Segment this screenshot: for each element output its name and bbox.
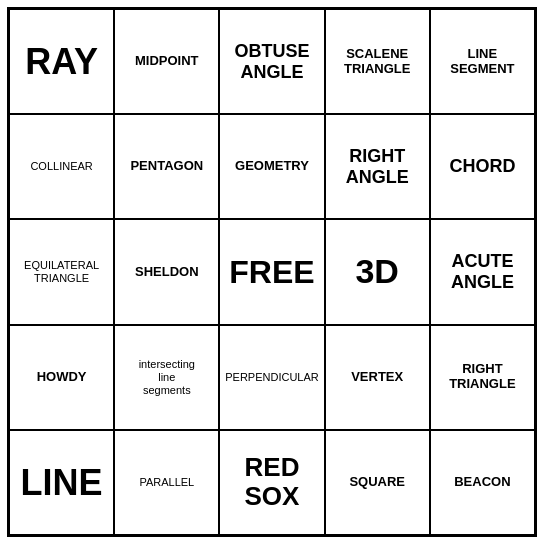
cell-text-19: RIGHTTRIANGLE: [449, 362, 515, 392]
cell-text-0: RAY: [25, 41, 98, 82]
bingo-cell-19: RIGHTTRIANGLE: [430, 325, 535, 430]
bingo-cell-6: PENTAGON: [114, 114, 219, 219]
cell-text-16: intersectinglinesegments: [139, 358, 195, 396]
cell-text-2: OBTUSEANGLE: [234, 41, 309, 82]
bingo-cell-8: RIGHTANGLE: [325, 114, 430, 219]
bingo-cell-9: CHORD: [430, 114, 535, 219]
bingo-cell-2: OBTUSEANGLE: [219, 9, 324, 114]
bingo-cell-10: EQUILATERALTRIANGLE: [9, 219, 114, 324]
cell-text-13: 3D: [355, 252, 398, 291]
cell-text-22: REDSOX: [245, 453, 300, 513]
cell-text-12: FREE: [229, 254, 314, 291]
bingo-cell-18: VERTEX: [325, 325, 430, 430]
bingo-cell-15: HOWDY: [9, 325, 114, 430]
cell-text-3: SCALENETRIANGLE: [344, 47, 410, 77]
bingo-cell-12: FREE: [219, 219, 324, 324]
bingo-cell-23: SQUARE: [325, 430, 430, 535]
bingo-cell-21: PARALLEL: [114, 430, 219, 535]
bingo-cell-7: GEOMETRY: [219, 114, 324, 219]
bingo-cell-24: BEACON: [430, 430, 535, 535]
cell-text-17: PERPENDICULAR: [225, 371, 319, 384]
bingo-cell-20: LINE: [9, 430, 114, 535]
cell-text-8: RIGHTANGLE: [346, 146, 409, 187]
cell-text-11: SHELDON: [135, 265, 199, 280]
cell-text-9: CHORD: [449, 156, 515, 177]
cell-text-5: COLLINEAR: [30, 160, 92, 173]
cell-text-6: PENTAGON: [130, 159, 203, 174]
bingo-cell-3: SCALENETRIANGLE: [325, 9, 430, 114]
bingo-cell-17: PERPENDICULAR: [219, 325, 324, 430]
cell-text-21: PARALLEL: [139, 476, 194, 489]
bingo-cell-4: LINESEGMENT: [430, 9, 535, 114]
cell-text-23: SQUARE: [349, 475, 405, 490]
bingo-cell-11: SHELDON: [114, 219, 219, 324]
bingo-card: RAYMIDPOINTOBTUSEANGLESCALENETRIANGLELIN…: [7, 7, 537, 537]
bingo-cell-13: 3D: [325, 219, 430, 324]
cell-text-24: BEACON: [454, 475, 510, 490]
cell-text-4: LINESEGMENT: [450, 47, 514, 77]
cell-text-18: VERTEX: [351, 370, 403, 385]
cell-text-14: ACUTEANGLE: [451, 251, 514, 292]
cell-text-20: LINE: [21, 462, 103, 503]
cell-text-1: MIDPOINT: [135, 54, 199, 69]
bingo-cell-5: COLLINEAR: [9, 114, 114, 219]
bingo-cell-14: ACUTEANGLE: [430, 219, 535, 324]
bingo-cell-1: MIDPOINT: [114, 9, 219, 114]
bingo-cell-16: intersectinglinesegments: [114, 325, 219, 430]
cell-text-15: HOWDY: [37, 370, 87, 385]
cell-text-10: EQUILATERALTRIANGLE: [24, 259, 99, 284]
bingo-cell-22: REDSOX: [219, 430, 324, 535]
bingo-cell-0: RAY: [9, 9, 114, 114]
cell-text-7: GEOMETRY: [235, 159, 309, 174]
